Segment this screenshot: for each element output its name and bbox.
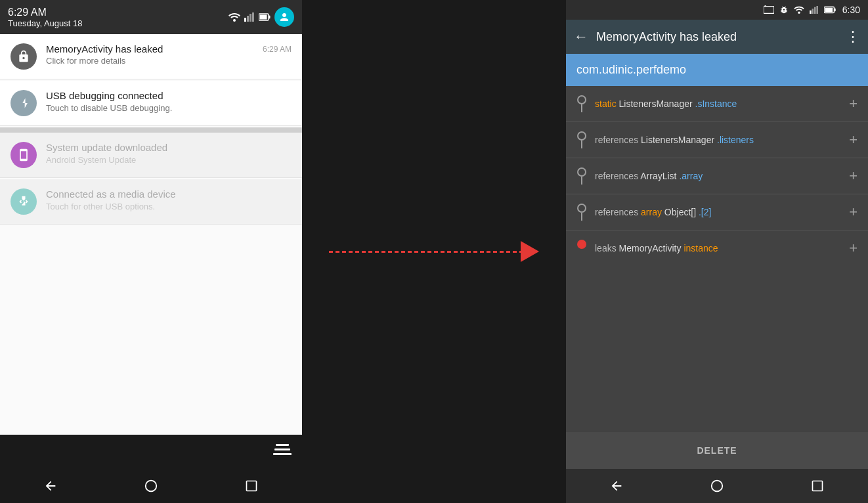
class-name-2: ListenersManager — [641, 135, 714, 145]
svg-rect-16 — [810, 11, 812, 14]
svg-point-0 — [233, 19, 236, 22]
svg-rect-7 — [269, 16, 271, 19]
notif-subtitle-memory: Click for more details — [46, 56, 125, 66]
svg-rect-8 — [276, 444, 289, 446]
notification-area: MemoryActivity has leaked 6:29 AM Click … — [0, 34, 302, 435]
notif-content-media: Connected as a media device Touch for ot… — [46, 188, 292, 212]
back-button-left[interactable] — [35, 470, 66, 502]
nav-bar-left — [0, 469, 302, 503]
recents-button-right[interactable] — [802, 470, 833, 502]
keyword-refs-4: references — [595, 207, 641, 217]
notif-time-memory: 6:29 AM — [263, 45, 292, 54]
dot-3 — [577, 167, 586, 177]
svg-rect-4 — [252, 12, 254, 22]
field-name-2: .listeners — [717, 135, 754, 145]
keyword-static: static — [595, 98, 619, 109]
svg-rect-19 — [816, 6, 818, 14]
screenshot-icon — [764, 5, 774, 14]
delete-bar[interactable]: DELETE — [566, 432, 868, 469]
arrow-head — [521, 241, 539, 262]
more-options-button[interactable]: ⋮ — [846, 28, 860, 45]
back-button-right[interactable] — [601, 470, 632, 502]
expand-button-5[interactable]: + — [849, 240, 857, 257]
notif-icon-memory — [11, 43, 37, 70]
package-name-row[interactable]: com.udinic.perfdemo — [566, 54, 868, 86]
leak-text-3: references ArrayList .array — [595, 169, 841, 183]
class-name-5: MemoryActivity — [619, 243, 684, 253]
notif-subtitle-media: Touch for other USB options. — [46, 202, 155, 211]
notification-system-update[interactable]: System update downloaded Android System … — [0, 133, 302, 178]
recents-button-left[interactable] — [236, 470, 267, 502]
notif-icon-usb — [11, 90, 37, 116]
class-name-1: ListenersManager — [619, 98, 693, 109]
class-name-4: Object[] — [664, 207, 696, 217]
field-name-1: .sInstance — [695, 98, 737, 109]
package-name: com.udinic.perfdemo — [576, 63, 686, 76]
svg-point-23 — [712, 481, 723, 492]
nav-bar-right — [566, 469, 868, 503]
field-name-5: instance — [684, 243, 718, 253]
svg-rect-22 — [835, 9, 836, 12]
connector-1 — [576, 95, 587, 112]
leak-chain-list: static ListenersManager .sInstance + ref… — [566, 86, 868, 432]
svg-rect-1 — [244, 18, 246, 22]
expand-button-4[interactable]: + — [849, 204, 857, 221]
bug-icon — [779, 5, 789, 14]
notif-subtitle-usb: Touch to disable USB debugging. — [46, 103, 172, 113]
leak-item-1[interactable]: static ListenersManager .sInstance + — [566, 86, 868, 122]
expand-button-2[interactable]: + — [849, 131, 857, 148]
notification-usb-debugging[interactable]: USB debugging connected Touch to disable… — [0, 81, 302, 126]
notif-title-usb: USB debugging connected — [46, 90, 163, 101]
home-button-right[interactable] — [701, 470, 733, 502]
notif-title-memory: MemoryActivity has leaked — [46, 43, 163, 55]
status-bar-left: 6:29 AM Tuesday, August 18 — [0, 0, 302, 34]
notif-icon-system — [11, 142, 37, 168]
notification-media-device[interactable]: Connected as a media device Touch for ot… — [0, 179, 302, 225]
svg-rect-12 — [247, 481, 257, 491]
svg-rect-18 — [814, 7, 816, 14]
svg-rect-3 — [250, 14, 251, 22]
battery-icon — [259, 12, 271, 22]
field-name-4: .[2] — [699, 207, 711, 217]
delete-button[interactable]: DELETE — [697, 445, 737, 456]
notif-content-usb: USB debugging connected Touch to disable… — [46, 90, 292, 114]
status-icons — [228, 7, 294, 27]
signal-icon-right — [810, 6, 819, 14]
signal-icon — [244, 12, 255, 22]
user-avatar — [274, 7, 294, 27]
expand-button-1[interactable]: + — [849, 95, 857, 112]
svg-rect-21 — [825, 8, 833, 12]
leak-item-2[interactable]: references ListenersManager .listeners + — [566, 122, 868, 158]
leak-text-5: leaks MemoryActivity instance — [595, 242, 841, 255]
svg-rect-24 — [813, 481, 823, 491]
leak-item-3[interactable]: references ArrayList .array + — [566, 158, 868, 194]
notif-content-system: System update downloaded Android System … — [46, 142, 292, 165]
back-button-toolbar[interactable]: ← — [574, 28, 588, 45]
notif-subtitle-system: Android System Update — [46, 155, 136, 165]
svg-rect-14 — [764, 5, 766, 7]
leak-item-4[interactable]: references array Object[] .[2] + — [566, 194, 868, 230]
status-bar-right: 6:30 — [566, 0, 868, 20]
expand-button-3[interactable]: + — [849, 167, 857, 185]
svg-rect-2 — [247, 16, 249, 22]
svg-rect-13 — [764, 7, 774, 14]
transition-arrow — [329, 241, 539, 262]
svg-rect-6 — [260, 15, 267, 20]
leak-item-5[interactable]: leaks MemoryActivity instance + — [566, 230, 868, 266]
left-panel: 6:29 AM Tuesday, August 18 — [0, 0, 302, 503]
connector-4 — [576, 204, 587, 221]
status-time-group: 6:29 AM Tuesday, August 18 — [8, 7, 82, 28]
status-time-right: 6:30 — [842, 5, 860, 15]
line-2 — [581, 141, 583, 148]
line-4 — [581, 213, 583, 221]
keyword-leaks-5: leaks — [595, 243, 619, 253]
stack-icon-bar — [0, 435, 302, 469]
connector-3 — [576, 167, 587, 185]
notification-memory-leak[interactable]: MemoryActivity has leaked 6:29 AM Click … — [0, 34, 302, 79]
notif-title-media: Connected as a media device — [46, 188, 176, 200]
arrow-line — [329, 251, 521, 253]
keyword-refs-3: references — [595, 171, 640, 181]
battery-icon-right — [824, 6, 837, 14]
wifi-icon-right — [794, 6, 804, 14]
home-button-left[interactable] — [135, 470, 167, 502]
